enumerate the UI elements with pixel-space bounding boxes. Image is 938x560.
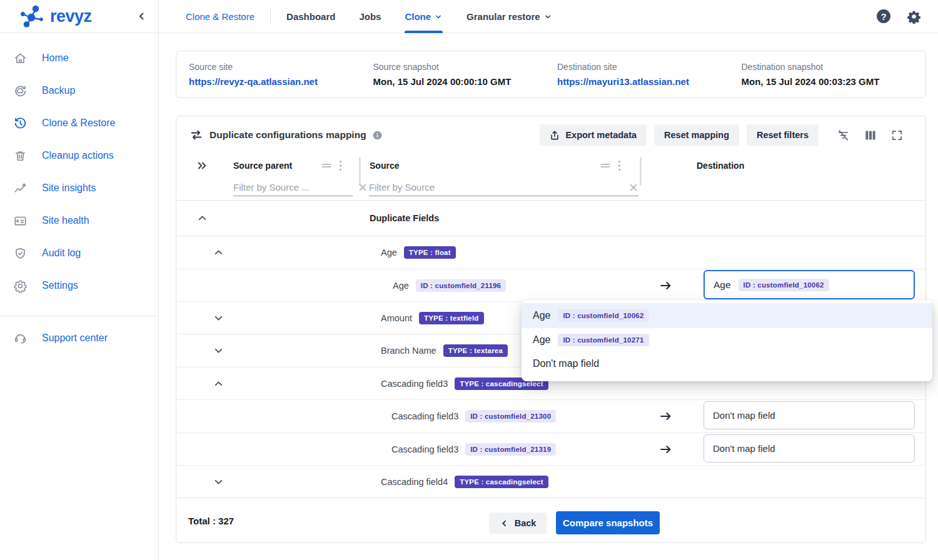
field-label: Branch Name — [381, 346, 436, 356]
sidebar-item-label: Home — [42, 52, 69, 64]
source-snapshot-block: Source snapshot Mon, 15 Jul 2024 00:00:1… — [373, 62, 558, 87]
fullscreen-icon[interactable] — [891, 129, 903, 141]
panel-title: Duplicate configurations mapping — [209, 129, 366, 141]
table-row: Cascading field3 ID : customfield_21319 … — [176, 433, 925, 466]
settings-gear-icon[interactable] — [907, 9, 921, 24]
table-row: Cascading field4 TYPE : cascadingselect — [176, 466, 925, 498]
section-label: Duplicate Fields — [370, 213, 439, 223]
column-header-source[interactable]: Source — [370, 161, 399, 171]
source-filter — [369, 179, 638, 196]
gear-icon — [13, 278, 28, 293]
sidebar-nav: Home Backup Clone & Restore Cleanup acti… — [0, 33, 158, 302]
dropdown-option[interactable]: Don't map field — [522, 352, 932, 376]
clone-restore-icon — [13, 116, 28, 131]
sidebar: revyz Home Backup Cl — [0, 0, 159, 560]
drag-handle-icon[interactable] — [600, 161, 611, 171]
sidebar-item-clone-restore[interactable]: Clone & Restore — [0, 107, 158, 139]
field-label: Cascading field3 — [391, 411, 458, 421]
dropdown-option[interactable]: Age ID : customfield_10271 — [522, 328, 932, 352]
sidebar-header: revyz — [0, 0, 158, 33]
destination-select[interactable]: Don't map field — [704, 401, 915, 429]
destination-value: Don't map field — [713, 443, 775, 454]
collapse-chevron-up-icon[interactable] — [213, 247, 224, 259]
id-badge: ID : customfield_10062 — [558, 309, 648, 322]
source-site-link[interactable]: https://revyz-qa.atlassian.net — [189, 76, 373, 87]
source-parent-filter-input[interactable] — [233, 182, 358, 192]
column-menu-icon[interactable] — [618, 160, 621, 171]
trash-icon — [13, 148, 28, 163]
topbar-divider — [270, 9, 271, 24]
destination-value: Don't map field — [713, 410, 775, 421]
destination-dropdown: Age ID : customfield_10062 Age ID : cust… — [522, 300, 932, 381]
destination-snapshot-label: Destination snapshot — [742, 62, 926, 72]
expand-chevron-down-icon[interactable] — [213, 476, 224, 488]
table-header-row: Source parent Source Destination — [176, 154, 925, 178]
tab-granular-restore[interactable]: Granular restore — [466, 0, 552, 33]
sidebar-item-label: Site insights — [42, 182, 96, 194]
topbar: Clone & Restore Dashboard Jobs Clone Gra… — [159, 0, 938, 33]
back-label: Back — [515, 518, 537, 528]
clear-filter-icon[interactable] — [628, 182, 638, 192]
table-row: Duplicate Fields — [176, 201, 925, 236]
back-button[interactable]: Back — [489, 512, 547, 534]
column-header-destination: Destination — [697, 161, 744, 171]
columns-icon[interactable] — [864, 129, 877, 141]
source-filter-input[interactable] — [369, 182, 628, 192]
field-label: Age — [381, 248, 397, 258]
destination-select[interactable]: Don't map field — [704, 434, 915, 462]
sidebar-item-audit-log[interactable]: Audit log — [0, 237, 158, 269]
info-icon[interactable] — [373, 131, 382, 140]
id-badge: ID : customfield_21319 — [465, 443, 556, 456]
sidebar-item-site-health[interactable]: Site health — [0, 204, 158, 237]
drag-handle-icon[interactable] — [321, 161, 332, 171]
sidebar-collapse-icon[interactable] — [136, 11, 147, 22]
tab-label: Granular restore — [466, 11, 540, 22]
breadcrumb[interactable]: Clone & Restore — [186, 11, 255, 22]
column-menu-icon[interactable] — [339, 160, 342, 171]
tab-dashboard[interactable]: Dashboard — [286, 0, 335, 33]
tab-clone[interactable]: Clone — [405, 0, 443, 33]
tab-label: Dashboard — [286, 11, 335, 22]
column-header-source-parent[interactable]: Source parent — [233, 161, 292, 171]
type-badge: TYPE : textarea — [443, 344, 508, 357]
swap-arrows-icon — [189, 128, 203, 142]
insights-chart-icon — [13, 181, 28, 196]
dropdown-option[interactable]: Age ID : customfield_10062 — [522, 303, 932, 328]
sidebar-item-support-center[interactable]: Support center — [0, 322, 158, 354]
sidebar-item-home[interactable]: Home — [0, 42, 158, 74]
destination-select-open[interactable]: Age ID : customfield_10062 — [704, 270, 915, 299]
sidebar-item-site-insights[interactable]: Site insights — [0, 172, 158, 204]
expand-chevron-down-icon[interactable] — [213, 312, 224, 324]
sidebar-item-label: Clone & Restore — [42, 118, 115, 129]
sidebar-item-settings[interactable]: Settings — [0, 269, 158, 302]
collapse-chevron-up-icon[interactable] — [213, 378, 224, 389]
sidebar-item-label: Cleanup actions — [42, 150, 114, 161]
table-row: Cascading field3 ID : customfield_21300 … — [176, 400, 925, 433]
tab-jobs[interactable]: Jobs — [359, 0, 381, 33]
expand-columns-icon[interactable] — [196, 160, 208, 172]
sidebar-item-cleanup-actions[interactable]: Cleanup actions — [0, 139, 158, 172]
field-label: Cascading field4 — [381, 477, 448, 487]
table-view-icons — [837, 129, 903, 142]
id-badge: ID : customfield_21300 — [465, 410, 556, 422]
destination-site-label: Destination site — [557, 62, 742, 72]
sidebar-item-label: Audit log — [42, 248, 81, 259]
sidebar-item-backup[interactable]: Backup — [0, 74, 158, 107]
filter-off-icon[interactable] — [837, 129, 850, 142]
topbar-actions: ? — [877, 9, 938, 24]
chevron-down-icon — [434, 12, 443, 21]
collapse-chevron-up-icon[interactable] — [196, 212, 208, 224]
type-badge: TYPE : cascadingselect — [455, 476, 548, 488]
clear-filter-icon[interactable] — [358, 182, 368, 192]
map-arrow-icon — [659, 442, 672, 456]
export-metadata-button[interactable]: Export metadata — [540, 124, 647, 146]
reset-filters-button[interactable]: Reset filters — [747, 124, 819, 146]
expand-chevron-down-icon[interactable] — [213, 345, 224, 357]
compare-snapshots-button[interactable]: Compare snapshots — [556, 511, 660, 534]
revyz-logo-icon — [19, 4, 46, 29]
sidebar-item-label: Site health — [42, 215, 89, 226]
destination-value: Age — [714, 279, 731, 291]
destination-site-link[interactable]: https://mayuri13.atlassian.net — [557, 76, 742, 87]
help-icon[interactable]: ? — [877, 9, 890, 23]
reset-mapping-button[interactable]: Reset mapping — [654, 124, 739, 146]
